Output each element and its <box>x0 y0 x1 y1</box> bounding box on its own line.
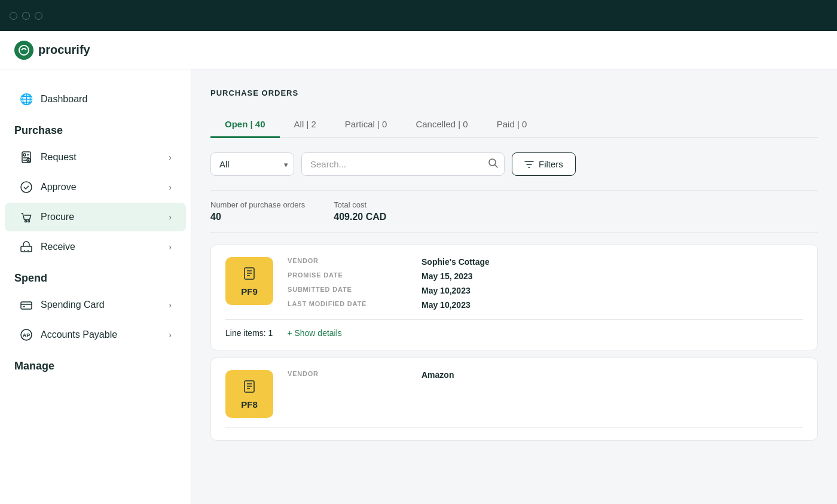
sidebar-item-dashboard[interactable]: 🌐 Dashboard <box>5 85 186 114</box>
procure-icon <box>19 210 33 224</box>
app-header: procurify <box>0 31 837 69</box>
logo-text: procurify <box>38 43 90 57</box>
procure-chevron: › <box>169 212 172 222</box>
po-card-pf9-top: PF9 VENDOR Sophie's Cottage PROMISE DATE… <box>225 257 803 320</box>
accounts-payable-icon: AP <box>19 328 33 342</box>
po-pf9-bottom: Line items: 1 + Show details <box>225 320 803 338</box>
section-spend: Spend <box>0 262 191 289</box>
filter-icon <box>524 160 534 169</box>
po-pf9-promise-val: May 15, 2023 <box>421 271 803 281</box>
svg-point-14 <box>28 250 29 251</box>
tab-partial[interactable]: Partical | 0 <box>331 112 402 138</box>
tab-open[interactable]: Open | 40 <box>210 112 280 138</box>
search-button[interactable] <box>488 158 499 171</box>
svg-line-21 <box>495 164 498 167</box>
request-label: Request <box>41 152 161 163</box>
po-badge-pf8[interactable]: PF8 <box>225 370 273 418</box>
filter-select[interactable]: All Vendor PO Number Date <box>210 152 294 176</box>
po-pf9-line-items: Line items: 1 <box>225 328 273 338</box>
po-pf9-modified-val: May 10,2023 <box>421 300 803 310</box>
svg-point-9 <box>21 182 32 193</box>
svg-text:AP: AP <box>23 332 30 338</box>
window-dot-green[interactable] <box>35 12 42 20</box>
po-count-value: 40 <box>210 212 305 222</box>
po-pf9-vendor-key: VENDOR <box>288 257 407 267</box>
po-badge-pf9-icon <box>242 266 256 284</box>
request-icon <box>19 150 33 164</box>
po-pf8-vendor-val: Amazon <box>421 370 803 380</box>
section-purchase: Purchase <box>0 115 191 142</box>
po-pf9-submitted-key: SUBMITTED DATE <box>288 286 407 295</box>
window-dot-red[interactable] <box>10 12 17 20</box>
sidebar-item-request[interactable]: Request › <box>5 143 186 172</box>
po-badge-pf8-label: PF8 <box>241 399 258 410</box>
receive-label: Receive <box>41 242 161 252</box>
po-pf8-details: VENDOR Amazon <box>288 370 803 380</box>
total-cost-value: 409.20 CAD <box>334 212 386 222</box>
app-body: 🌐 Dashboard Purchase Request › Approve ›… <box>0 69 837 504</box>
receive-icon <box>19 240 33 254</box>
po-pf9-submitted-val: May 10,2023 <box>421 286 803 295</box>
total-cost-label: Total cost <box>334 200 386 209</box>
approve-icon <box>19 180 33 194</box>
po-pf9-show-details[interactable]: + Show details <box>287 328 341 338</box>
spending-card-label: Spending Card <box>41 300 161 310</box>
tabs: Open | 40 All | 2 Partical | 0 Cancelled… <box>210 112 818 138</box>
sidebar: 🌐 Dashboard Purchase Request › Approve ›… <box>0 69 191 504</box>
po-badge-pf9-label: PF9 <box>241 286 258 297</box>
sidebar-item-spending-card[interactable]: Spending Card › <box>5 291 186 319</box>
receive-chevron: › <box>169 242 172 252</box>
filters-label: Filters <box>539 159 563 169</box>
svg-point-11 <box>28 221 30 222</box>
approve-label: Approve <box>41 182 161 193</box>
accounts-payable-chevron: › <box>169 330 172 340</box>
po-pf8-vendor-key: VENDOR <box>288 370 407 380</box>
sidebar-item-accounts-payable[interactable]: AP Accounts Payable › <box>5 320 186 349</box>
po-badge-pf8-icon <box>242 379 256 397</box>
po-pf9-modified-key: LAST MODIFIED DATE <box>288 300 407 310</box>
filters-button[interactable]: Filters <box>512 152 576 176</box>
spending-card-icon <box>19 298 33 312</box>
logo: procurify <box>14 41 90 60</box>
main-content: PURCHASE ORDERS Open | 40 All | 2 Partic… <box>191 69 837 504</box>
logo-icon <box>14 41 33 60</box>
spending-card-chevron: › <box>169 300 172 310</box>
po-pf9-details: VENDOR Sophie's Cottage PROMISE DATE May… <box>288 257 803 310</box>
search-wrapper <box>301 152 505 176</box>
po-card-pf9: PF9 VENDOR Sophie's Cottage PROMISE DATE… <box>210 245 818 350</box>
tab-all[interactable]: All | 2 <box>280 112 331 138</box>
tab-paid[interactable]: Paid | 0 <box>482 112 542 138</box>
svg-point-2 <box>23 154 26 156</box>
summary-row: Number of purchase orders 40 Total cost … <box>210 190 818 233</box>
sidebar-item-receive[interactable]: Receive › <box>5 233 186 261</box>
summary-total-cost: Total cost 409.20 CAD <box>334 200 386 222</box>
svg-point-10 <box>25 221 27 222</box>
search-input[interactable] <box>301 152 505 176</box>
svg-rect-12 <box>21 246 32 252</box>
po-badge-pf9[interactable]: PF9 <box>225 257 273 305</box>
dashboard-label: Dashboard <box>41 94 172 105</box>
svg-point-0 <box>19 45 29 55</box>
po-count-label: Number of purchase orders <box>210 200 305 209</box>
svg-point-13 <box>24 250 25 251</box>
po-card-pf8: PF8 VENDOR Amazon <box>210 358 818 441</box>
page-title: PURCHASE ORDERS <box>210 88 818 97</box>
po-pf9-promise-key: PROMISE DATE <box>288 271 407 281</box>
accounts-payable-label: Accounts Payable <box>41 329 161 340</box>
approve-chevron: › <box>169 182 172 192</box>
sidebar-item-procure[interactable]: Procure › <box>5 203 186 231</box>
po-card-pf8-top: PF8 VENDOR Amazon <box>225 370 803 428</box>
section-manage: Manage <box>0 350 191 377</box>
globe-icon: 🌐 <box>19 92 33 106</box>
po-pf9-vendor-val: Sophie's Cottage <box>421 257 803 267</box>
summary-po-count: Number of purchase orders 40 <box>210 200 305 222</box>
procure-label: Procure <box>41 212 161 222</box>
window-dot-yellow[interactable] <box>22 12 30 20</box>
tab-cancelled[interactable]: Cancelled | 0 <box>401 112 482 138</box>
filters-row: All Vendor PO Number Date ▾ Filters <box>210 152 818 176</box>
filter-select-wrapper: All Vendor PO Number Date ▾ <box>210 152 294 176</box>
request-chevron: › <box>169 152 172 162</box>
title-bar <box>0 0 837 31</box>
svg-rect-15 <box>21 302 32 309</box>
sidebar-item-approve[interactable]: Approve › <box>5 173 186 201</box>
